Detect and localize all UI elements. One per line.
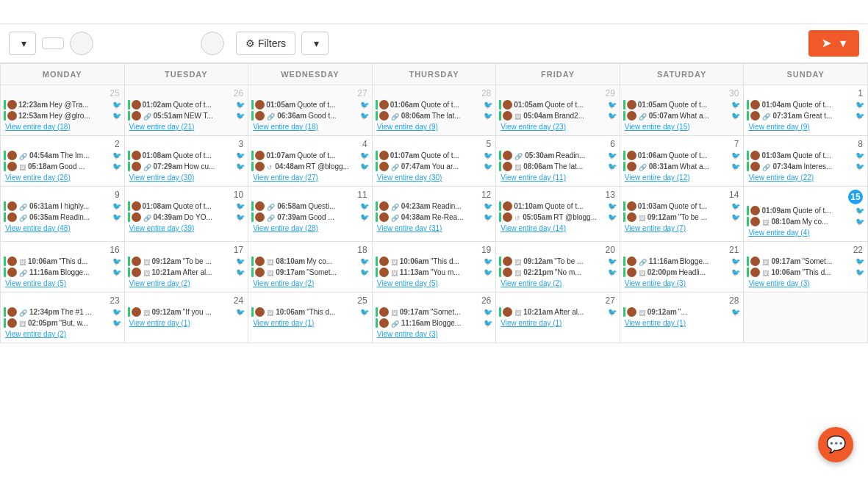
view-entire-day[interactable]: View entire day (2) <box>250 278 370 289</box>
avatar <box>503 268 512 277</box>
tweet-time: 10:06am <box>400 257 429 265</box>
tweet-type-icon: 🖼 <box>761 257 770 266</box>
view-entire-day[interactable]: View entire day (14) <box>498 223 618 234</box>
day-number: 22 <box>745 243 866 256</box>
view-entire-day[interactable]: View entire day (23) <box>498 121 618 132</box>
filters-button[interactable]: ⚙ Filters <box>236 32 295 55</box>
tweet-time: 06:58am <box>277 202 306 210</box>
publish-button[interactable]: ➤ ▾ <box>808 30 859 57</box>
view-entire-day[interactable]: View entire day (4) <box>745 227 866 238</box>
monthly-button[interactable]: ▾ <box>9 32 36 55</box>
view-entire-day[interactable]: View entire day (21) <box>126 121 247 132</box>
green-bar <box>376 111 378 121</box>
view-entire-day[interactable]: View entire day (1) <box>498 318 618 329</box>
day-number: 24 <box>126 294 247 306</box>
twitter-icon: 🐦 <box>608 257 617 265</box>
tweet-content: After al... <box>554 308 584 316</box>
tweet-type-icon: 🖼 <box>390 257 398 266</box>
view-entire-day[interactable]: View entire day (9) <box>745 121 866 132</box>
prev-nav-button[interactable] <box>70 32 93 55</box>
tweet-time: 10:06am <box>771 268 800 276</box>
twitter-icon: 🐦 <box>112 213 121 221</box>
green-bar <box>747 111 749 121</box>
view-entire-day[interactable]: View entire day (5) <box>374 278 495 289</box>
tweet-content: NEW T... <box>184 112 213 120</box>
view-entire-day[interactable]: View entire day (1) <box>126 318 247 329</box>
view-entire-day[interactable]: View entire day (22) <box>745 172 866 183</box>
view-entire-day[interactable]: View entire day (18) <box>2 121 123 132</box>
twitter-icon: 🐦 <box>484 101 492 109</box>
avatar <box>132 162 141 171</box>
view-entire-day[interactable]: View entire day (1) <box>622 318 742 329</box>
view-entire-day[interactable]: View entire day (3) <box>374 329 495 340</box>
avatar <box>255 151 265 160</box>
view-entire-day[interactable]: View entire day (12) <box>622 172 742 183</box>
tweet-row: 12:23amHey @Tra...🐦 <box>2 99 123 110</box>
view-entire-day[interactable]: View entire day (18) <box>250 121 370 132</box>
twitter-icon: 🐦 <box>608 268 617 276</box>
tweet-type-icon: 🔗 <box>390 213 400 222</box>
day-header-monday: MONDAY <box>1 64 125 85</box>
tweet-content: Quote of t... <box>792 101 831 109</box>
view-entire-day[interactable]: View entire day (27) <box>250 172 370 183</box>
twitter-icon: 🐦 <box>731 112 740 120</box>
view-entire-day[interactable]: View entire day (31) <box>374 223 495 234</box>
tweet-content: Quote of t... <box>545 101 583 109</box>
tweet-type-icon: 🖼 <box>514 268 522 277</box>
today-button[interactable] <box>42 37 64 49</box>
green-bar <box>499 257 501 266</box>
view-entire-day[interactable]: View entire day (1) <box>250 318 370 329</box>
avatar <box>7 212 17 222</box>
view-entire-day[interactable]: View entire day (30) <box>126 172 247 183</box>
twitter-icon: 🐦 <box>236 213 245 221</box>
view-entire-day[interactable]: View entire day (28) <box>250 223 370 234</box>
view-entire-day[interactable]: View entire day (3) <box>622 278 742 289</box>
green-bar <box>4 307 6 317</box>
view-entire-day[interactable]: View entire day (7) <box>622 223 742 234</box>
view-entire-day[interactable]: View entire day (5) <box>2 278 123 289</box>
view-entire-day[interactable]: View entire day (11) <box>498 172 618 183</box>
tweet-content: Quote of t... <box>669 202 707 210</box>
day-number: 27 <box>498 294 618 306</box>
day-number: 9 <box>2 188 123 201</box>
tweet-content: Quote of t... <box>173 101 212 109</box>
tweet-type-icon: ↺ <box>266 162 273 171</box>
twitter-icon: 🐦 <box>360 101 369 109</box>
green-bar <box>251 100 254 110</box>
view-entire-day[interactable]: View entire day (30) <box>374 172 495 183</box>
day-number: 14 <box>622 188 742 201</box>
twitter-icon: 🐦 <box>360 308 369 316</box>
avatar <box>627 111 636 121</box>
tweet-row: 🔗07:39amGood ...🐦 <box>250 212 370 223</box>
view-entire-day[interactable]: View entire day (39) <box>126 223 247 234</box>
green-bar <box>128 162 130 171</box>
tweet-content: My co... <box>306 257 332 265</box>
view-entire-day[interactable]: View entire day (2) <box>126 278 247 289</box>
tweet-row: 🖼09:17am"Somet...🐦 <box>745 256 866 267</box>
tweet-row: 🔗04:38amRe-Rea...🐦 <box>374 212 495 223</box>
tweet-time: 11:16am <box>29 268 59 276</box>
next-nav-button[interactable] <box>201 32 224 55</box>
calendar-cell: 9🔗06:31amI highly...🐦🔗06:35amReadin...🐦V… <box>1 187 125 242</box>
view-entire-day[interactable]: View entire day (3) <box>745 278 866 289</box>
twitter-icon: 🐦 <box>360 213 369 221</box>
avatar <box>627 257 636 266</box>
tweet-content: "To be ... <box>183 257 212 265</box>
avatar <box>132 201 141 211</box>
avatar <box>379 151 389 160</box>
view-entire-day[interactable]: View entire day (26) <box>2 172 123 183</box>
day-number: 25 <box>250 294 370 306</box>
green-bar <box>747 257 749 266</box>
tweet-row: 🔗11:16amBlogge...🐦 <box>374 318 495 329</box>
timezone-button[interactable]: ▾ <box>301 32 329 55</box>
tweet-time: 01:03am <box>761 151 791 159</box>
view-entire-day[interactable]: View entire day (15) <box>622 121 742 132</box>
calendar-cell: 6🔗05:30amReadin...🐦🖼08:06amThe lat...🐦Vi… <box>496 136 620 187</box>
tweet-row: 01:05amQuote of t...🐦 <box>250 99 370 110</box>
tweet-time: 06:31am <box>29 202 59 210</box>
view-entire-day[interactable]: View entire day (9) <box>374 121 495 132</box>
tweet-time: 10:06am <box>276 308 305 316</box>
view-entire-day[interactable]: View entire day (2) <box>498 278 618 289</box>
view-entire-day[interactable]: View entire day (2) <box>2 329 123 340</box>
view-entire-day[interactable]: View entire day (48) <box>2 223 123 234</box>
